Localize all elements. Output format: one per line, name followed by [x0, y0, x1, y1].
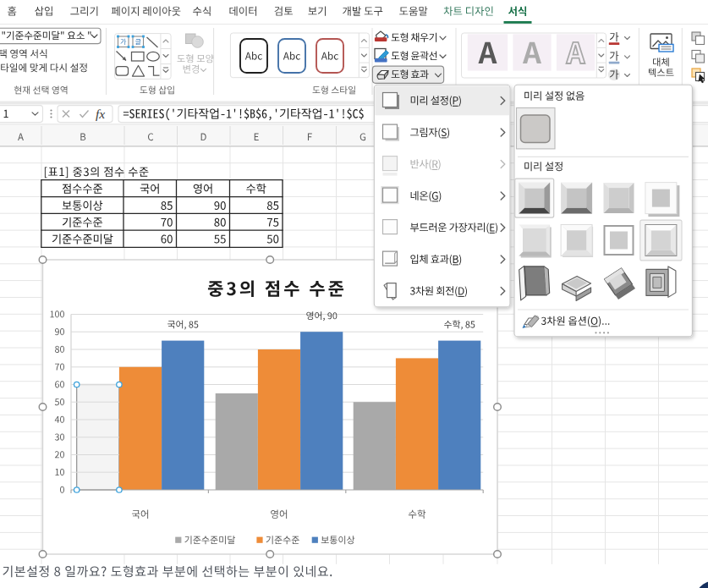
svg-text:fx: fx	[96, 107, 105, 121]
